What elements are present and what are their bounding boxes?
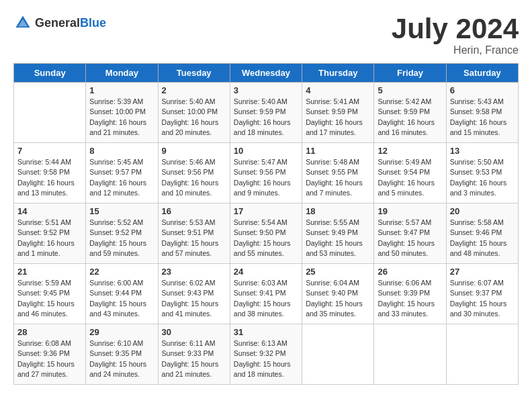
calendar-cell: 2Sunrise: 5:40 AMSunset: 10:00 PMDayligh… <box>158 83 230 143</box>
weekday-header-tuesday: Tuesday <box>158 64 230 83</box>
day-number: 5 <box>378 85 442 95</box>
day-number: 15 <box>89 206 154 216</box>
title-block: July 2024 Herin, France <box>392 13 519 56</box>
calendar-cell: 7Sunrise: 5:44 AMSunset: 9:58 PMDaylight… <box>14 143 86 203</box>
day-number: 22 <box>89 267 154 277</box>
day-info: Sunrise: 5:59 AMSunset: 9:45 PMDaylight:… <box>17 278 82 319</box>
calendar-cell: 11Sunrise: 5:48 AMSunset: 9:55 PMDayligh… <box>302 143 374 203</box>
weekday-row: SundayMondayTuesdayWednesdayThursdayFrid… <box>14 64 519 83</box>
calendar-cell: 13Sunrise: 5:50 AMSunset: 9:53 PMDayligh… <box>446 143 518 203</box>
day-number: 20 <box>450 206 515 216</box>
day-number: 8 <box>89 146 154 156</box>
calendar-week-3: 14Sunrise: 5:51 AMSunset: 9:52 PMDayligh… <box>14 203 519 264</box>
weekday-header-sunday: Sunday <box>14 64 86 83</box>
calendar-cell <box>302 324 374 385</box>
day-number: 31 <box>234 327 298 337</box>
calendar-cell: 28Sunrise: 6:08 AMSunset: 9:36 PMDayligh… <box>14 324 86 385</box>
calendar-cell: 5Sunrise: 5:42 AMSunset: 9:59 PMDaylight… <box>374 83 446 143</box>
day-info: Sunrise: 5:45 AMSunset: 9:57 PMDaylight:… <box>89 157 154 198</box>
day-info: Sunrise: 6:10 AMSunset: 9:35 PMDaylight:… <box>89 338 154 379</box>
calendar-cell: 14Sunrise: 5:51 AMSunset: 9:52 PMDayligh… <box>14 203 86 264</box>
day-info: Sunrise: 5:57 AMSunset: 9:47 PMDaylight:… <box>378 218 442 259</box>
day-number: 7 <box>17 146 82 156</box>
calendar-header: SundayMondayTuesdayWednesdayThursdayFrid… <box>14 64 519 83</box>
location: Herin, France <box>392 44 519 56</box>
day-number: 16 <box>162 206 226 216</box>
day-info: Sunrise: 5:42 AMSunset: 9:59 PMDaylight:… <box>378 97 442 138</box>
calendar-table: SundayMondayTuesdayWednesdayThursdayFrid… <box>13 63 519 385</box>
day-info: Sunrise: 5:52 AMSunset: 9:52 PMDaylight:… <box>89 218 154 259</box>
day-info: Sunrise: 6:00 AMSunset: 9:44 PMDaylight:… <box>89 278 154 319</box>
day-number: 13 <box>450 146 515 156</box>
calendar-cell: 19Sunrise: 5:57 AMSunset: 9:47 PMDayligh… <box>374 203 446 264</box>
day-info: Sunrise: 5:50 AMSunset: 9:53 PMDaylight:… <box>450 157 515 198</box>
weekday-header-thursday: Thursday <box>302 64 374 83</box>
logo-general: General <box>35 16 80 30</box>
calendar-cell: 25Sunrise: 6:04 AMSunset: 9:40 PMDayligh… <box>302 264 374 324</box>
day-info: Sunrise: 5:43 AMSunset: 9:58 PMDaylight:… <box>450 97 515 138</box>
day-number: 18 <box>306 206 370 216</box>
calendar-cell: 23Sunrise: 6:02 AMSunset: 9:43 PMDayligh… <box>158 264 230 324</box>
day-number: 19 <box>378 206 442 216</box>
month-title: July 2024 <box>392 13 519 44</box>
day-number: 2 <box>162 85 226 95</box>
calendar-cell: 18Sunrise: 5:55 AMSunset: 9:49 PMDayligh… <box>302 203 374 264</box>
calendar-cell: 3Sunrise: 5:40 AMSunset: 9:59 PMDaylight… <box>230 83 302 143</box>
day-info: Sunrise: 6:13 AMSunset: 9:32 PMDaylight:… <box>234 338 298 379</box>
calendar-cell: 4Sunrise: 5:41 AMSunset: 9:59 PMDaylight… <box>302 83 374 143</box>
day-number: 6 <box>450 85 515 95</box>
calendar-body: 1Sunrise: 5:39 AMSunset: 10:00 PMDayligh… <box>14 83 519 385</box>
calendar-cell: 16Sunrise: 5:53 AMSunset: 9:51 PMDayligh… <box>158 203 230 264</box>
day-info: Sunrise: 6:11 AMSunset: 9:33 PMDaylight:… <box>162 338 226 379</box>
day-number: 25 <box>306 267 370 277</box>
day-number: 12 <box>378 146 442 156</box>
logo-icon <box>13 13 32 32</box>
calendar-cell: 9Sunrise: 5:46 AMSunset: 9:56 PMDaylight… <box>158 143 230 203</box>
calendar-cell: 15Sunrise: 5:52 AMSunset: 9:52 PMDayligh… <box>86 203 158 264</box>
calendar-cell: 29Sunrise: 6:10 AMSunset: 9:35 PMDayligh… <box>86 324 158 385</box>
day-number: 9 <box>162 146 226 156</box>
calendar-cell <box>374 324 446 385</box>
day-info: Sunrise: 6:07 AMSunset: 9:37 PMDaylight:… <box>450 278 515 319</box>
day-info: Sunrise: 6:03 AMSunset: 9:41 PMDaylight:… <box>234 278 298 319</box>
logo-blue: Blue <box>80 16 106 30</box>
day-info: Sunrise: 6:04 AMSunset: 9:40 PMDaylight:… <box>306 278 370 319</box>
calendar-cell: 21Sunrise: 5:59 AMSunset: 9:45 PMDayligh… <box>14 264 86 324</box>
calendar-cell <box>14 83 86 143</box>
day-info: Sunrise: 5:46 AMSunset: 9:56 PMDaylight:… <box>162 157 226 198</box>
weekday-header-saturday: Saturday <box>446 64 518 83</box>
day-info: Sunrise: 5:49 AMSunset: 9:54 PMDaylight:… <box>378 157 442 198</box>
calendar-week-1: 1Sunrise: 5:39 AMSunset: 10:00 PMDayligh… <box>14 83 519 143</box>
calendar-cell: 10Sunrise: 5:47 AMSunset: 9:56 PMDayligh… <box>230 143 302 203</box>
calendar-cell: 24Sunrise: 6:03 AMSunset: 9:41 PMDayligh… <box>230 264 302 324</box>
day-number: 10 <box>234 146 298 156</box>
day-number: 21 <box>17 267 82 277</box>
weekday-header-wednesday: Wednesday <box>230 64 302 83</box>
day-number: 14 <box>17 206 82 216</box>
calendar-cell: 12Sunrise: 5:49 AMSunset: 9:54 PMDayligh… <box>374 143 446 203</box>
day-info: Sunrise: 5:39 AMSunset: 10:00 PMDaylight… <box>89 97 154 138</box>
day-info: Sunrise: 5:55 AMSunset: 9:49 PMDaylight:… <box>306 218 370 259</box>
calendar-cell: 27Sunrise: 6:07 AMSunset: 9:37 PMDayligh… <box>446 264 518 324</box>
day-number: 27 <box>450 267 515 277</box>
calendar-week-4: 21Sunrise: 5:59 AMSunset: 9:45 PMDayligh… <box>14 264 519 324</box>
day-number: 24 <box>234 267 298 277</box>
weekday-header-monday: Monday <box>86 64 158 83</box>
day-info: Sunrise: 6:08 AMSunset: 9:36 PMDaylight:… <box>17 338 82 379</box>
logo: GeneralBlue <box>13 13 106 32</box>
calendar-week-5: 28Sunrise: 6:08 AMSunset: 9:36 PMDayligh… <box>14 324 519 385</box>
day-number: 4 <box>306 85 370 95</box>
day-number: 1 <box>89 85 154 95</box>
day-number: 26 <box>378 267 442 277</box>
day-number: 23 <box>162 267 226 277</box>
calendar-cell <box>446 324 518 385</box>
calendar-week-2: 7Sunrise: 5:44 AMSunset: 9:58 PMDaylight… <box>14 143 519 203</box>
day-info: Sunrise: 5:40 AMSunset: 10:00 PMDaylight… <box>162 97 226 138</box>
calendar-cell: 17Sunrise: 5:54 AMSunset: 9:50 PMDayligh… <box>230 203 302 264</box>
day-number: 28 <box>17 327 82 337</box>
day-number: 11 <box>306 146 370 156</box>
day-info: Sunrise: 5:47 AMSunset: 9:56 PMDaylight:… <box>234 157 298 198</box>
calendar-cell: 20Sunrise: 5:58 AMSunset: 9:46 PMDayligh… <box>446 203 518 264</box>
calendar-cell: 30Sunrise: 6:11 AMSunset: 9:33 PMDayligh… <box>158 324 230 385</box>
day-info: Sunrise: 6:02 AMSunset: 9:43 PMDaylight:… <box>162 278 226 319</box>
